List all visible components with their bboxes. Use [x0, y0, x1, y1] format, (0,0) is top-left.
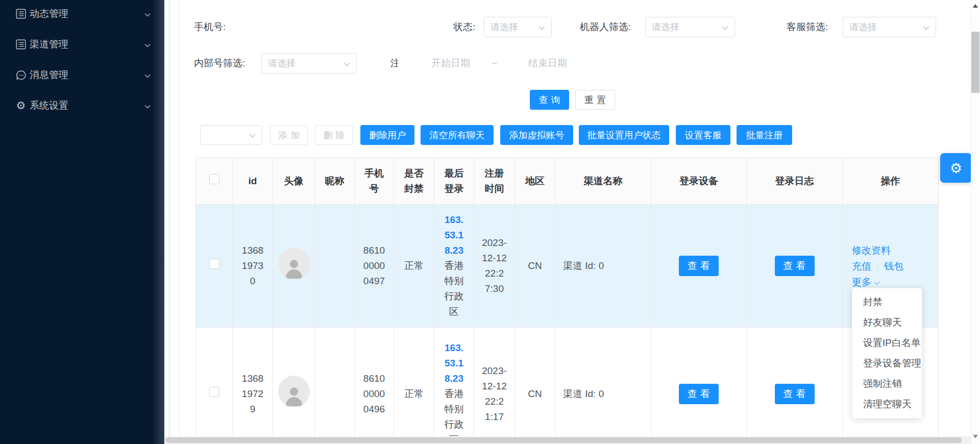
- header-nickname: 昵称: [315, 158, 355, 205]
- menu-item-force-logout[interactable]: 强制注销: [852, 374, 922, 394]
- menu-item-friend-chat[interactable]: 好友聊天: [852, 312, 922, 333]
- header-login-log: 登录日志: [747, 158, 843, 205]
- last-login-geo: 香港特别行政区: [445, 260, 464, 317]
- view-log-button[interactable]: 查看: [775, 384, 815, 404]
- kefu-select-placeholder: 请选择: [849, 21, 920, 33]
- cell-last-login: 163.53.18.23香港特别行政区: [434, 328, 474, 444]
- chevron-down-icon: [874, 277, 880, 287]
- last-login-ip-link[interactable]: 163.53.18.23: [445, 214, 463, 256]
- scroll-down-arrow[interactable]: [973, 435, 978, 438]
- menu-item-ban[interactable]: 封禁: [852, 292, 922, 312]
- chevron-down-icon: [144, 8, 151, 19]
- select-all-checkbox[interactable]: [209, 174, 219, 184]
- scroll-up-arrow[interactable]: [973, 4, 978, 8]
- list-icon: [15, 8, 27, 19]
- cell-id: 136819729: [233, 328, 273, 444]
- more-actions-dropdown: 封禁 好友聊天 设置IP白名单 登录设备管理 强制注销 清理空聊天: [852, 288, 922, 418]
- header-login-device: 登录设备: [651, 158, 747, 205]
- vertical-scrollbar-thumb[interactable]: [971, 32, 979, 93]
- set-kefu-button[interactable]: 设置客服: [676, 125, 730, 145]
- clear-all-chats-button[interactable]: 清空所有聊天: [421, 125, 494, 145]
- menu-item-login-device-mgmt[interactable]: 登录设备管理: [852, 353, 922, 374]
- sidebar-item-message-mgmt[interactable]: 消息管理: [0, 64, 153, 86]
- sidebar-item-system-settings[interactable]: ⚙ 系统设置: [0, 94, 153, 117]
- more-link[interactable]: 更多: [852, 277, 871, 287]
- delete-button[interactable]: 删除: [315, 125, 353, 145]
- cell-register-time: 2023-12-12 22:27:30: [474, 205, 515, 328]
- sidebar-item-label: 渠道管理: [30, 38, 68, 51]
- add-button[interactable]: 添加: [270, 125, 308, 145]
- cell-phone: 861000000497: [355, 205, 394, 328]
- batch-register-button[interactable]: 批量注册: [737, 125, 792, 145]
- menu-item-clean-empty-chats[interactable]: 清理空聊天: [852, 394, 922, 414]
- internal-select[interactable]: 请选择: [261, 53, 357, 73]
- header-register-time: 注册时间: [474, 158, 515, 205]
- message-icon: [15, 69, 27, 81]
- cell-login-device: 查看: [651, 205, 747, 328]
- robot-select[interactable]: 请选择: [645, 17, 735, 37]
- header-checkbox-cell: [196, 158, 233, 205]
- cell-nickname: [315, 328, 355, 444]
- edit-profile-link[interactable]: 修改资料: [852, 245, 891, 256]
- chevron-down-icon: [538, 22, 545, 33]
- batch-set-user-status-button[interactable]: 批量设置用户状态: [579, 125, 669, 145]
- wallet-link[interactable]: 钱包: [884, 261, 903, 272]
- internal-filter-label: 内部号筛选:: [194, 53, 245, 73]
- last-login-ip-link[interactable]: 163.53.18.23: [445, 342, 463, 384]
- header-avatar: 头像: [273, 158, 315, 205]
- delete-user-button[interactable]: 删除用户: [360, 125, 414, 145]
- kefu-filter-label: 客服筛选:: [787, 17, 828, 37]
- date-start-input[interactable]: 开始日期: [431, 53, 470, 73]
- search-button[interactable]: 查询: [530, 90, 569, 110]
- horizontal-scrollbar-thumb[interactable]: [165, 437, 962, 443]
- date-end-input[interactable]: 结束日期: [528, 53, 567, 73]
- header-last-login: 最后登录: [434, 158, 474, 205]
- settings-fab[interactable]: ⚙: [940, 153, 972, 183]
- sidebar-item-label: 消息管理: [30, 68, 68, 82]
- last-login-geo: 香港特别行政区: [445, 388, 464, 444]
- table-header-row: id 头像 昵称 手机号 是否封禁 最后登录 注册时间 地区 渠道名称 登录设备…: [196, 158, 939, 205]
- chevron-down-icon: [722, 22, 728, 33]
- cell-login-log: 查看: [747, 205, 843, 328]
- cell-ban-status: 正常: [394, 328, 434, 444]
- status-filter-label: 状态:: [453, 17, 475, 37]
- cell-phone: 861000000496: [355, 328, 394, 444]
- sidebar-item-dynamic-mgmt[interactable]: 动态管理: [0, 3, 153, 25]
- cell-nickname: [315, 205, 355, 328]
- content-left-border: [179, 0, 179, 444]
- gear-icon: ⚙: [15, 100, 27, 111]
- sidebar-item-channel-mgmt[interactable]: 渠道管理: [0, 33, 153, 56]
- add-virtual-account-button[interactable]: 添加虚拟账号: [500, 125, 573, 145]
- status-select[interactable]: 请选择: [484, 17, 552, 37]
- cell-area: CN: [515, 328, 555, 444]
- reset-button[interactable]: 重置: [575, 90, 615, 110]
- kefu-select[interactable]: 请选择: [843, 17, 936, 37]
- app-window: 动态管理 渠道管理: [0, 0, 980, 444]
- content-accent-strip: [168, 0, 170, 444]
- row-checkbox[interactable]: [209, 387, 219, 397]
- header-ban-status: 是否封禁: [394, 158, 434, 205]
- header-id: id: [233, 158, 273, 205]
- cell-avatar: [273, 328, 315, 444]
- header-channel: 渠道名称: [555, 158, 651, 205]
- menu-item-ip-whitelist[interactable]: 设置IP白名单: [852, 333, 922, 353]
- cell-login-log: 查看: [747, 328, 843, 444]
- robot-filter-label: 机器人筛选:: [580, 17, 631, 37]
- horizontal-scrollbar[interactable]: [164, 436, 971, 444]
- sidebar-item-label: 系统设置: [30, 99, 68, 112]
- avatar: [278, 376, 310, 407]
- view-device-button[interactable]: 查看: [679, 256, 719, 276]
- recharge-link[interactable]: 充值: [852, 261, 871, 272]
- gear-icon: ⚙: [950, 161, 962, 175]
- chevron-down-icon: [344, 58, 350, 69]
- view-log-button[interactable]: 查看: [775, 256, 815, 276]
- row-checkbox[interactable]: [209, 259, 219, 269]
- chevron-down-icon: [144, 69, 151, 81]
- view-device-button[interactable]: 查看: [679, 384, 719, 404]
- chevron-down-icon: [144, 39, 151, 50]
- cell-channel: 渠道 Id: 0: [555, 328, 651, 444]
- cell-channel: 渠道 Id: 0: [555, 205, 651, 328]
- register-time-label-clipped: 注: [390, 53, 398, 73]
- link-divider: [877, 262, 878, 270]
- toolbar-select[interactable]: [200, 125, 262, 145]
